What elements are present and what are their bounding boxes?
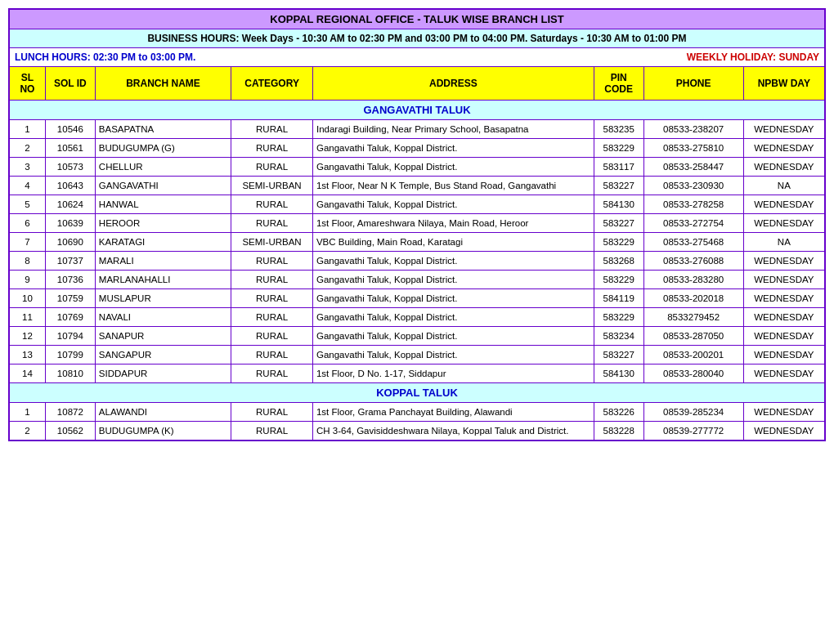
header-category: CATEGORY <box>231 67 313 101</box>
table-row: 410643GANGAVATHISEMI-URBAN1st Floor, Nea… <box>9 177 825 195</box>
table-row: 210561BUDUGUMPA (G)RURALGangavathi Taluk… <box>9 139 825 158</box>
table-row: 1110769NAVALIRURALGangavathi Taluk, Kopp… <box>9 308 825 327</box>
header-phone: PHONE <box>643 67 743 101</box>
table-row: 910736MARLANAHALLIRURALGangavathi Taluk,… <box>9 271 825 289</box>
lunch-holiday-row: LUNCH HOURS: 02:30 PM to 03:00 PM. WEEKL… <box>9 48 825 67</box>
lunch-hours: LUNCH HOURS: 02:30 PM to 03:00 PM. <box>15 51 195 63</box>
table-row: 110872ALAWANDIRURAL1st Floor, Grama Panc… <box>9 403 825 422</box>
header-address: ADDRESS <box>312 67 594 101</box>
weekly-holiday: WEEKLY HOLIDAY: SUNDAY <box>687 51 819 63</box>
table-row: 1310799SANGAPURRURALGangavathi Taluk, Ko… <box>9 346 825 364</box>
page-title: KOPPAL REGIONAL OFFICE - TALUK WISE BRAN… <box>9 9 825 29</box>
table-row: 210562BUDUGUMPA (K)RURALCH 3-64, Gavisid… <box>9 422 825 441</box>
taluk-header: GANGAVATHI TALUK <box>9 101 825 120</box>
header-branch: BRANCH NAME <box>95 67 231 101</box>
table-row: 1410810SIDDAPURRURAL1st Floor, D No. 1-1… <box>9 364 825 383</box>
header-npbw: NPBW DAY <box>743 67 825 101</box>
table-row: 110546BASAPATNARURALIndaragi Building, N… <box>9 120 825 139</box>
main-table: KOPPAL REGIONAL OFFICE - TALUK WISE BRAN… <box>8 8 826 441</box>
taluk-header: KOPPAL TALUK <box>9 383 825 403</box>
header-solid: SOL ID <box>45 67 95 101</box>
header-pincode: PIN CODE <box>594 67 643 101</box>
business-hours: BUSINESS HOURS: Week Days - 10:30 AM to … <box>9 29 825 48</box>
table-row: 610639HEROORRURAL1st Floor, Amareshwara … <box>9 214 825 233</box>
table-row: 710690KARATAGISEMI-URBANVBC Building, Ma… <box>9 233 825 252</box>
table-row: 310573CHELLURRURALGangavathi Taluk, Kopp… <box>9 158 825 177</box>
header-slno: SL NO <box>9 67 45 101</box>
table-row: 1210794SANAPURRURALGangavathi Taluk, Kop… <box>9 327 825 346</box>
table-row: 810737MARALIRURALGangavathi Taluk, Koppa… <box>9 252 825 271</box>
table-row: 510624HANWALRURALGangavathi Taluk, Koppa… <box>9 195 825 214</box>
table-row: 1010759MUSLAPURRURALGangavathi Taluk, Ko… <box>9 289 825 308</box>
